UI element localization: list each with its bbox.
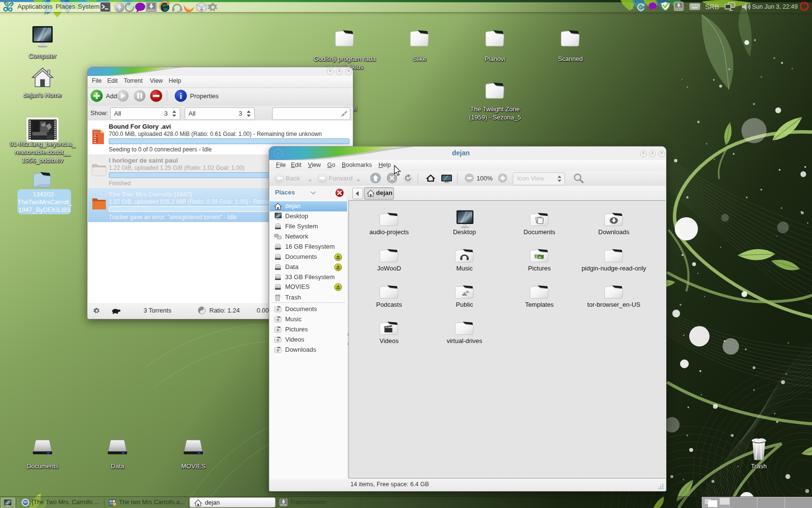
svg-text:SRB: SRB — [705, 3, 719, 11]
svg-text:i: i — [180, 91, 182, 101]
svg-text:Sun Jun 3, 22:49: Sun Jun 3, 22:49 — [752, 3, 798, 10]
